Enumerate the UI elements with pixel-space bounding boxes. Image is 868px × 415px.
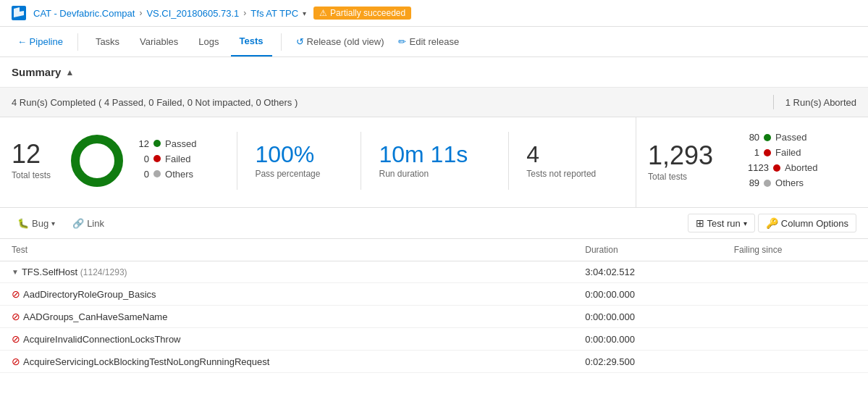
breadcrumb-item-0[interactable]: CAT - Devfabric.Compat [33,8,135,19]
right-legend: 80 Passed 1 Failed 1123 Aborted 89 [748,132,817,193]
right-aborted-dot [773,164,780,172]
group-name: TFS.SelfHost [22,267,77,277]
legend-failed: 0 Failed [138,154,196,164]
link-label: Link [87,218,104,229]
right-aborted-count: 1123 [748,162,769,173]
content-panels: 12 Total tests 12 Passed 0 [0,117,868,208]
right-others-count: 89 [748,177,759,188]
test-2-duration: 0:00:00.000 [573,306,722,328]
nav-item-tasks[interactable]: Tasks [87,28,128,56]
failed-label: Failed [165,154,190,164]
test-row-3-name-cell: ⊘ AcquireInvalidConnectionLocksThrow [0,328,573,351]
group-name-container: ▼ TFS.SelfHost (1124/1293) [12,267,562,277]
test-3-failing-since [722,328,868,351]
total-tests-block: 12 Total tests [12,141,51,180]
group-duration: 3:04:02.512 [573,261,722,283]
table-body: ▼ TFS.SelfHost (1124/1293) 3:04:02.512 ⊘… [0,261,868,373]
breadcrumb-dropdown[interactable]: ▾ [303,9,306,17]
test-row-4-name-cell: ⊘ AcquireServicingLockBlockingTestNoLong… [0,351,573,373]
right-legend-failed: 1 Failed [748,147,817,158]
test-4-name: AcquireServicingLockBlockingTestNoLongRu… [23,356,269,367]
collapse-icon[interactable]: ▼ [12,268,19,276]
run-duration-value: 10m 11s [379,143,468,166]
right-panel: 1,293 Total tests 80 Passed 1 Failed 112… [636,117,868,207]
bug-button[interactable]: 🐛 Bug ▾ [12,215,61,232]
test-4-failing-since [722,351,868,373]
azure-devops-logo [12,6,26,20]
metrics-row: 12 Total tests 12 Passed 0 [12,132,624,190]
right-total-block: 1,293 Total tests [648,143,713,182]
summary-chevron[interactable]: ▲ [65,67,74,77]
test-2-name: AADGroups_CanHaveSameName [23,311,167,322]
not-reported-value: 4 [526,143,596,166]
group-row-name-cell: ▼ TFS.SelfHost (1124/1293) [0,261,573,283]
edit-release-action[interactable]: ✏ Edit release [392,28,465,56]
status-label: Partially succeeded [330,8,405,18]
test-table-container: Test Duration Failing since ▼ TFS.SelfHo… [0,239,868,373]
pass-percentage-block: 100% Pass percentage [255,143,320,179]
test-aborted-icon-4: ⊘ [12,356,20,367]
test-1-failing-since [722,283,868,306]
right-aborted-label: Aborted [785,162,818,173]
stats-bar: 4 Run(s) Completed ( 4 Passed, 0 Failed,… [0,88,868,117]
nav-item-logs[interactable]: Logs [190,28,227,56]
stats-right-text: 1 Run(s) Aborted [785,97,856,108]
nav-item-tests[interactable]: Tests [231,27,272,56]
test-aborted-icon-3: ⊘ [12,333,20,345]
release-old-view-action[interactable]: ↺ Release (old view) [290,28,390,56]
col-duration: Duration [573,239,722,261]
legend-others-count: 0 [138,169,149,180]
test-3-duration: 0:00:00.000 [573,328,722,351]
right-legend-aborted: 1123 Aborted [748,162,817,173]
test-1-name-container: ⊘ AadDirectoryRoleGroup_Basics [12,288,562,300]
breadcrumb-item-1[interactable]: VS.CI_20180605.73.1 [146,8,239,19]
breadcrumb-item-2[interactable]: Tfs AT TPC [250,8,298,19]
warning-icon: ⚠ [319,8,327,18]
stats-bar-divider [773,95,774,109]
col-failing-since: Failing since [722,239,868,261]
pipeline-back-link[interactable]: ← Pipeline [12,28,69,56]
right-legend-passed: 80 Passed [748,132,817,143]
bug-label: Bug [32,218,49,229]
test-run-label: Test run [707,218,741,229]
donut-svg [68,132,126,190]
refresh-icon: ↺ [296,36,304,47]
table-row: ⊘ AcquireServicingLockBlockingTestNoLong… [0,351,868,373]
table-row: ▼ TFS.SelfHost (1124/1293) 3:04:02.512 [0,261,868,283]
metric-divider-3 [508,132,509,190]
run-duration-label: Run duration [379,169,468,179]
nav-item-variables[interactable]: Variables [131,28,187,56]
breadcrumb-sep-1: › [243,8,246,18]
test-2-name-container: ⊘ AADGroups_CanHaveSameName [12,311,562,322]
status-badge: ⚠ Partially succeeded [313,7,411,20]
link-button[interactable]: 🔗 Link [67,215,110,232]
test-4-duration: 0:02:29.500 [573,351,722,373]
table-header: Test Duration Failing since [0,239,868,261]
total-tests-number: 12 [12,141,51,167]
test-row-2-name-cell: ⊘ AADGroups_CanHaveSameName [0,306,573,328]
column-options-button[interactable]: 🔑 Column Options [758,214,856,232]
test-4-name-container: ⊘ AcquireServicingLockBlockingTestNoLong… [12,356,562,367]
table-header-row: Test Duration Failing since [0,239,868,261]
stats-left-text: 4 Run(s) Completed ( 4 Passed, 0 Failed,… [12,97,762,108]
right-passed-count: 80 [748,132,759,143]
bug-icon: 🐛 [17,218,29,229]
legend-failed-count: 0 [138,154,149,164]
summary-title: Summary [12,66,61,78]
test-run-icon: ⊞ [696,217,704,229]
donut-chart [68,132,126,190]
breadcrumb-bar: CAT - Devfabric.Compat › VS.CI_20180605.… [0,0,868,27]
right-failed-count: 1 [748,147,759,158]
toolbar-right: ⊞ Test run ▾ 🔑 Column Options [688,214,856,232]
summary-header: Summary ▲ [0,57,868,88]
group-failing-since [722,261,868,283]
breadcrumb-sep-0: › [139,8,142,18]
metric-divider-2 [361,132,361,190]
test-run-button[interactable]: ⊞ Test run ▾ [688,214,755,232]
table-row: ⊘ AadDirectoryRoleGroup_Basics 0:00:00.0… [0,283,868,306]
right-failed-dot [764,149,771,156]
edit-release-label: Edit release [409,36,459,47]
test-row-1-name-cell: ⊘ AadDirectoryRoleGroup_Basics [0,283,573,306]
toolbar: 🐛 Bug ▾ 🔗 Link ⊞ Test run ▾ 🔑 Column Opt… [0,208,868,239]
test-aborted-icon: ⊘ [12,288,20,300]
